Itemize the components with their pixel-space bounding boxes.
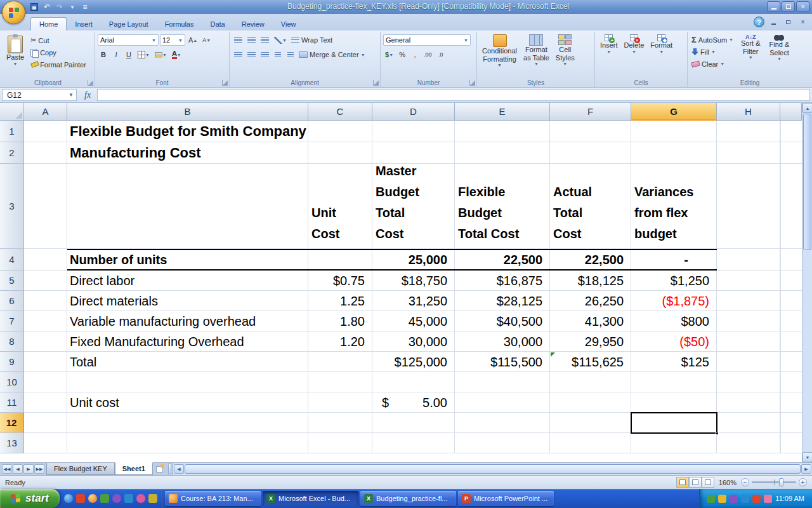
insert-function-button[interactable]: fx: [84, 90, 91, 100]
cell-C3[interactable]: Unit Cost: [308, 164, 372, 249]
row-header-13[interactable]: 13: [0, 433, 24, 453]
scroll-up-button[interactable]: ▲: [802, 103, 812, 113]
cell-E4[interactable]: 22,500: [455, 249, 550, 271]
vertical-scroll-thumb[interactable]: [803, 114, 811, 250]
sort-filter-button[interactable]: A↓Z Sort & Filter ▼: [738, 33, 763, 62]
cell-B8[interactable]: Fixed Manufacturing Overhead: [67, 331, 308, 352]
format-as-table-button[interactable]: Format as Table ▼: [521, 33, 552, 68]
vertical-scrollbar[interactable]: ▲ ▼: [802, 103, 812, 462]
cell-F3[interactable]: Actual Total Cost: [550, 164, 631, 249]
task-powerpoint[interactable]: PMicrosoft PowerPoint ...: [458, 491, 554, 506]
insert-worksheet-button[interactable]: [153, 463, 167, 475]
cell-F4[interactable]: 22,500: [550, 249, 631, 271]
cell-C7[interactable]: 1.80: [308, 311, 372, 331]
scroll-down-button[interactable]: ▼: [802, 452, 812, 462]
start-button[interactable]: start: [0, 489, 60, 508]
quick-launch-icon[interactable]: [76, 494, 85, 503]
row-header-7[interactable]: 7: [0, 311, 24, 331]
orientation-button[interactable]: ▼: [272, 34, 289, 46]
wrap-text-button[interactable]: Wrap Text: [290, 35, 334, 46]
customize-qat-button[interactable]: ▼: [67, 2, 77, 12]
grid-body[interactable]: 1 2 3 4 5 6 7 8 9 10 11 12 13 Flexible B…: [0, 121, 802, 453]
cell-D4[interactable]: 25,000: [372, 249, 455, 271]
align-bottom-button[interactable]: [259, 34, 271, 46]
font-name-combo[interactable]: Arial▼: [98, 34, 159, 46]
cell-D9[interactable]: $125,000: [372, 352, 455, 372]
selected-cell-G12[interactable]: [631, 412, 717, 434]
tray-icon[interactable]: [730, 495, 738, 503]
horizontal-scroll-thumb[interactable]: [185, 464, 801, 474]
select-all-corner[interactable]: [0, 103, 24, 121]
row-header-11[interactable]: 11: [0, 392, 24, 413]
workbook-close-button[interactable]: ×: [797, 18, 808, 27]
cell-C6[interactable]: 1.25: [308, 291, 372, 311]
cell-B7[interactable]: Variable manufacturing overhead: [67, 311, 308, 331]
qat-extra-button[interactable]: ≡: [80, 2, 90, 12]
tab-view[interactable]: View: [273, 17, 304, 30]
maximize-button[interactable]: [782, 1, 795, 12]
cell-E8[interactable]: 30,000: [455, 331, 550, 352]
prev-sheet-button[interactable]: ◀: [13, 464, 23, 474]
cell-D3[interactable]: Master Budget Total Cost: [372, 164, 455, 249]
cell-G4[interactable]: -: [631, 249, 717, 271]
number-dialog-launcher[interactable]: [469, 80, 475, 86]
close-button[interactable]: ×: [796, 1, 809, 12]
cell-E9[interactable]: $115,500: [455, 352, 550, 372]
comma-style-button[interactable]: ,: [409, 49, 421, 60]
column-header-A[interactable]: A: [24, 103, 67, 121]
shrink-font-button[interactable]: A▼: [200, 34, 213, 46]
row-header-4[interactable]: 4: [0, 249, 24, 271]
task-browser[interactable]: Course: BA 213: Man...: [165, 491, 261, 506]
quick-launch-icon[interactable]: [136, 494, 145, 503]
zoom-thumb[interactable]: [779, 478, 783, 486]
scroll-right-button[interactable]: ▶: [801, 464, 811, 474]
cell-F9[interactable]: $115,625: [550, 352, 631, 372]
column-header-H[interactable]: H: [717, 103, 780, 121]
italic-button[interactable]: I: [110, 49, 122, 60]
align-middle-button[interactable]: [246, 34, 258, 46]
cell-G9[interactable]: $125: [631, 352, 717, 372]
cell-E3[interactable]: Flexible Budget Total Cost: [455, 164, 550, 249]
next-sheet-button[interactable]: ▶: [23, 464, 34, 474]
zoom-level[interactable]: 160%: [719, 479, 737, 486]
cell-B4[interactable]: Number of units: [67, 249, 308, 271]
formula-input[interactable]: [97, 89, 810, 101]
quick-launch-icon[interactable]: [124, 494, 133, 503]
font-dialog-launcher[interactable]: [222, 80, 228, 86]
normal-view-button[interactable]: [676, 477, 689, 488]
first-sheet-button[interactable]: ◀◀: [2, 464, 12, 474]
tab-review[interactable]: Review: [233, 17, 273, 30]
find-select-button[interactable]: Find & Select ▼: [767, 33, 792, 63]
cell-B2[interactable]: Manufacturing Cost: [67, 142, 308, 164]
cell-G7[interactable]: $800: [631, 311, 717, 331]
tab-split-handle[interactable]: [168, 464, 171, 474]
row-header-12[interactable]: 12: [0, 413, 24, 433]
cell-G6[interactable]: ($1,875): [631, 291, 717, 311]
row-header-10[interactable]: 10: [0, 372, 24, 392]
tab-data[interactable]: Data: [202, 17, 233, 30]
column-header-G[interactable]: G: [631, 103, 717, 121]
minimize-button[interactable]: [767, 1, 780, 12]
page-layout-view-button[interactable]: [689, 477, 702, 488]
quick-launch-icon[interactable]: [88, 494, 97, 503]
last-sheet-button[interactable]: ▶▶: [34, 464, 44, 474]
cell-B11[interactable]: Unit cost: [67, 392, 308, 413]
sheet-tab-flex-budget-key[interactable]: Flex Budget KEY: [46, 463, 115, 475]
horizontal-scrollbar[interactable]: ◀ ▶: [173, 463, 812, 475]
borders-button[interactable]: ▼: [136, 49, 152, 60]
cell-E7[interactable]: $40,500: [455, 311, 550, 331]
align-center-button[interactable]: [246, 49, 258, 60]
column-header-C[interactable]: C: [308, 103, 372, 121]
align-top-button[interactable]: [232, 34, 244, 46]
tray-icon[interactable]: [764, 495, 772, 503]
alignment-dialog-launcher[interactable]: [373, 80, 379, 86]
insert-cells-button[interactable]: + Insert ▼: [598, 33, 620, 56]
name-box[interactable]: G12▼: [2, 89, 77, 101]
paste-button[interactable]: Paste ▼: [4, 33, 27, 77]
office-button[interactable]: [2, 1, 25, 24]
redo-button[interactable]: ↷: [55, 2, 65, 12]
accounting-format-button[interactable]: $▼: [383, 49, 395, 60]
conditional-formatting-button[interactable]: Conditional Formatting ▼: [480, 33, 520, 69]
increase-decimal-button[interactable]: .00: [422, 49, 434, 60]
font-size-combo[interactable]: 12▼: [160, 34, 185, 46]
